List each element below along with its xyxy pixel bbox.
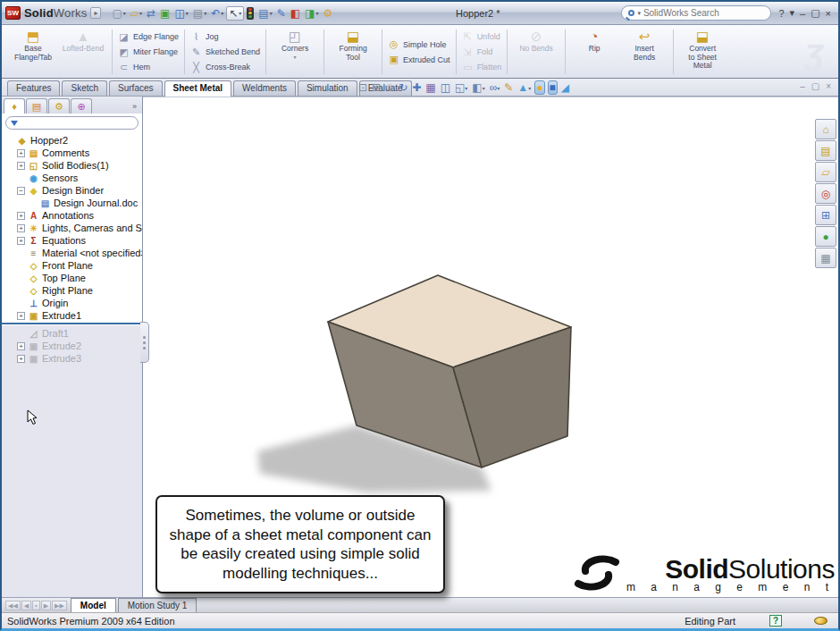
search-dropdown-icon[interactable]: ▾ — [637, 10, 641, 17]
featuremanager-tree-tab[interactable]: ♦ — [4, 98, 25, 114]
dimxpertmanager-tab[interactable]: ⊕ — [71, 98, 92, 114]
standard-views-icon[interactable]: ▦ — [424, 81, 436, 94]
edit-appearance-icon[interactable]: ✎ — [503, 81, 514, 94]
custom-properties-icon[interactable]: ▦ — [815, 248, 836, 268]
doc-restore-button[interactable]: ▢ — [811, 81, 819, 91]
tree-item-hopper2[interactable]: ◆Hopper2 — [2, 134, 142, 147]
appearances-scenes-icon[interactable]: ● — [815, 226, 836, 247]
edge-flange-button[interactable]: ◪Edge Flange — [116, 30, 181, 44]
tree-item-extrude3[interactable]: +▣Extrude3 — [2, 352, 142, 365]
simple-hole-button[interactable]: ◎Simple Hole — [386, 38, 452, 51]
expand-plus-icon[interactable]: + — [17, 355, 25, 363]
pane-more-chevron-icon[interactable]: » — [132, 102, 140, 111]
doc-minimize-button[interactable]: – — [800, 81, 805, 91]
open-document-icon[interactable]: ▱▾ — [129, 7, 144, 20]
tree-item-material-not-specified-[interactable]: ≡Material <not specified> — [2, 247, 142, 259]
cross-break-button[interactable]: ╳Cross-Break — [189, 61, 262, 74]
propertymanager-tab[interactable]: ▤ — [26, 98, 47, 114]
view-orientation-icon[interactable]: ◱▾ — [454, 81, 468, 94]
help-button[interactable]: ? — [778, 8, 784, 19]
minimize-button[interactable]: – — [800, 8, 805, 19]
expand-plus-icon[interactable]: + — [17, 237, 25, 245]
tree-item-origin[interactable]: ⊥Origin — [2, 297, 142, 309]
app-menu[interactable]: SW SolidWorks ▸ — [5, 6, 106, 20]
quick-tips-icon[interactable]: ? — [769, 615, 782, 627]
rip-button[interactable]: ◔Rip — [569, 27, 619, 77]
view-settings-cube-icon[interactable]: ◧ — [289, 7, 302, 20]
sketch-icon[interactable]: ✎ — [275, 7, 288, 20]
cartoon-view-icon[interactable]: ◢ — [560, 81, 570, 94]
extruded-cut-button[interactable]: ▣Extruded Cut — [386, 53, 452, 66]
configurationmanager-tab[interactable]: ⚙ — [48, 98, 70, 114]
tools-gear-icon[interactable]: ⚙ — [321, 7, 334, 20]
panel-splitter-handle[interactable] — [140, 322, 149, 363]
tree-item-design-journal-doc[interactable]: ▤Design Journal.doc — [2, 197, 142, 209]
tree-item-lights-cameras-and-scene[interactable]: +☀Lights, Cameras and Scene — [2, 222, 142, 234]
shadows-view-icon[interactable]: ■ — [548, 80, 558, 95]
options-list-icon[interactable]: ▤▾ — [256, 7, 273, 20]
search-box[interactable]: ▾ — [621, 5, 771, 21]
tree-item-design-binder[interactable]: −◈Design Binder — [2, 184, 142, 197]
expand-plus-icon[interactable]: + — [17, 162, 25, 170]
tree-item-equations[interactable]: +ΣEquations — [2, 234, 142, 247]
graphics-viewport[interactable]: Sometimes, the volume or outside shape o… — [143, 97, 838, 597]
print-icon[interactable]: ▤▾ — [191, 7, 208, 20]
corners-button[interactable]: ◰Corners▾ — [270, 27, 320, 77]
tree-item-top-plane[interactable]: ◇Top Plane — [2, 272, 142, 284]
publish-edrawing-icon[interactable]: ⇄ — [145, 7, 157, 20]
file-explorer-icon[interactable]: ▱ — [815, 162, 836, 182]
realview-graphics-icon[interactable]: ● — [534, 80, 544, 95]
make-assembly-icon[interactable]: ▣ — [158, 7, 172, 20]
tree-item-right-plane[interactable]: ◇Right Plane — [2, 284, 142, 297]
tree-item-draft1[interactable]: ◿Draft1 — [2, 327, 142, 340]
pan-icon[interactable]: ✚ — [411, 81, 422, 94]
miter-flange-button[interactable]: ◩Miter Flange — [116, 46, 181, 59]
close-button[interactable]: × — [826, 8, 831, 19]
collapse-minus-icon[interactable]: − — [17, 187, 25, 195]
restore-button[interactable]: ▢ — [811, 7, 819, 19]
forming-tool-button[interactable]: ⬓Forming Tool — [328, 27, 378, 77]
undo-icon[interactable]: ↶▾ — [209, 7, 225, 20]
doc-close-button[interactable]: × — [826, 81, 831, 91]
rebuild-traffic-light-icon[interactable] — [245, 6, 256, 21]
display-style-icon[interactable]: ◧▾ — [471, 81, 485, 94]
help-dropdown-icon[interactable]: ▾ — [790, 7, 795, 19]
base-flange-tab-button[interactable]: ⬒Base Flange/Tab — [8, 27, 58, 77]
tab-motion-study-1[interactable]: Motion Study 1 — [118, 598, 197, 612]
tree-filter-input[interactable] — [21, 119, 133, 128]
tab-model[interactable]: Model — [71, 598, 116, 612]
rollback-bar[interactable] — [2, 323, 142, 324]
tab-sketch[interactable]: Sketch — [62, 80, 107, 96]
rotate-view-icon[interactable]: ↻ — [398, 81, 408, 94]
zoom-to-area-icon[interactable]: ⊞ — [371, 81, 382, 94]
apply-scene-icon[interactable]: ▲▾ — [517, 81, 532, 94]
select-cursor-icon[interactable]: ↖▾ — [226, 6, 244, 21]
tree-item-sensors[interactable]: ◉Sensors — [2, 172, 142, 184]
tab-surfaces[interactable]: Surfaces — [109, 80, 162, 96]
tree-item-solid-bodies-1-[interactable]: +◱Solid Bodies(1) — [2, 159, 142, 172]
new-document-icon[interactable]: ▢▾ — [110, 7, 127, 20]
menu-expand-arrow-icon[interactable]: ▸ — [90, 7, 101, 19]
render-cube-icon[interactable]: ◨▾ — [303, 7, 320, 20]
solidworks-resources-icon[interactable]: ⌂ — [815, 119, 836, 139]
expand-plus-icon[interactable]: + — [17, 342, 25, 350]
sketched-bend-button[interactable]: ✎Sketched Bend — [189, 46, 262, 59]
expand-plus-icon[interactable]: + — [17, 224, 25, 232]
insert-bends-button[interactable]: ↩Insert Bends — [619, 27, 669, 77]
view-palette-icon[interactable]: ⊞ — [815, 205, 836, 225]
section-view-icon[interactable]: ◫ — [440, 81, 451, 94]
jog-button[interactable]: ⌇Jog — [189, 30, 262, 44]
expand-plus-icon[interactable]: + — [17, 149, 25, 157]
tree-item-comments[interactable]: +▤Comments — [2, 147, 142, 159]
tree-item-front-plane[interactable]: ◇Front Plane — [2, 259, 142, 272]
search-results-icon[interactable]: ◎ — [815, 183, 836, 204]
tree-filter-box[interactable] — [5, 116, 139, 130]
design-library-icon[interactable]: ▤ — [815, 140, 836, 161]
tree-item-extrude1[interactable]: +▣Extrude1 — [2, 309, 142, 322]
zoom-to-fit-icon[interactable]: ⊡ — [357, 81, 368, 94]
tab-simulation[interactable]: Simulation — [298, 80, 357, 96]
save-icon[interactable]: ◫▾ — [172, 7, 189, 20]
hem-button[interactable]: ⊂Hem — [116, 61, 181, 74]
tree-item-annotations[interactable]: +AAnnotations — [2, 209, 142, 222]
expand-plus-icon[interactable]: + — [17, 212, 25, 220]
